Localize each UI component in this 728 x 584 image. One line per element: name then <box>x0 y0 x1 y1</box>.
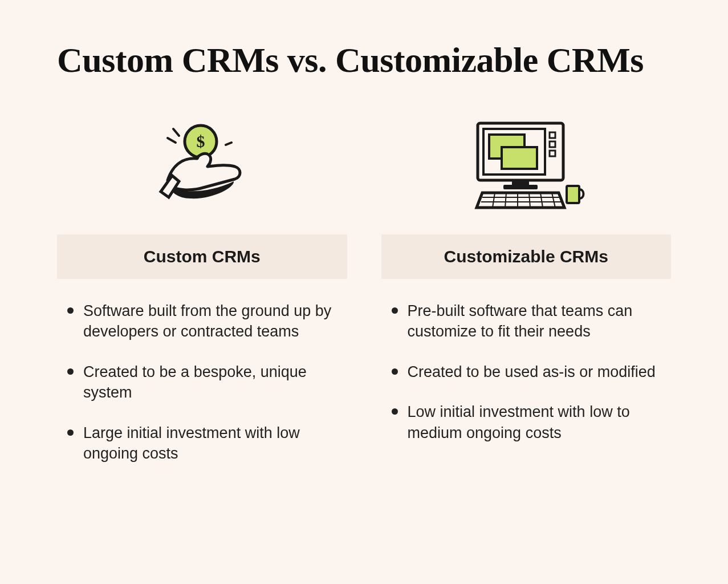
column-heading-custom: Custom CRMs <box>57 234 347 279</box>
computer-icon <box>381 115 672 217</box>
column-custom-crms: $ Custom CRMs Software built from the gr… <box>57 115 347 484</box>
bullet-list-customizable: Pre-built software that teams can custom… <box>381 301 672 463</box>
list-item: Created to be a bespoke, unique system <box>67 362 345 403</box>
svg-line-2 <box>226 143 231 145</box>
svg-rect-13 <box>503 185 538 189</box>
svg-rect-22 <box>567 186 579 203</box>
column-customizable-crms: Customizable CRMs Pre-built software tha… <box>381 115 672 484</box>
list-item: Low initial investment with low to mediu… <box>392 402 669 443</box>
list-item: Large initial investment with low ongoin… <box>67 423 345 464</box>
svg-text:$: $ <box>197 132 205 151</box>
list-item: Created to be used as-is or modified <box>392 362 669 382</box>
svg-line-1 <box>168 138 176 143</box>
column-heading-customizable: Customizable CRMs <box>381 234 672 279</box>
hand-coin-icon: $ <box>57 115 347 217</box>
list-item: Pre-built software that teams can custom… <box>392 301 669 342</box>
page-title: Custom CRMs vs. Customizable CRMs <box>57 40 671 80</box>
comparison-columns: $ Custom CRMs Software built from the gr… <box>57 115 671 484</box>
bullet-list-custom: Software built from the ground up by dev… <box>57 301 347 484</box>
svg-rect-8 <box>502 147 537 169</box>
list-item: Software built from the ground up by dev… <box>67 301 345 342</box>
svg-line-0 <box>173 129 179 136</box>
